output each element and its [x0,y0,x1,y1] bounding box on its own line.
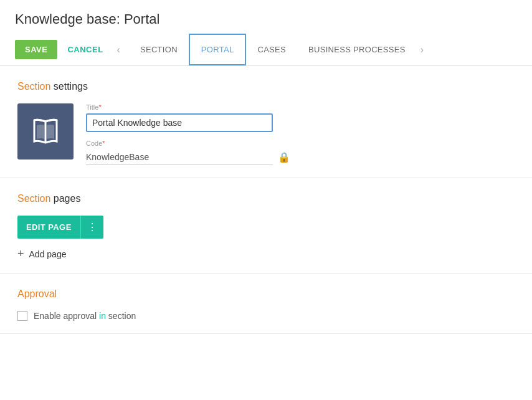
section-title-black: settings [50,81,88,92]
code-field-group: Code* 🔒 [86,140,515,165]
enable-approval-checkbox[interactable] [17,311,27,321]
edit-page-label: EDIT PAGE [17,217,80,237]
approval-link[interactable]: in [99,311,106,321]
title-input[interactable] [86,113,273,132]
section-pages-block: Section pages EDIT PAGE ⋮ + Add page [0,178,532,274]
approval-title-text: Approval [17,288,57,299]
approval-label-after: section [106,311,136,321]
add-page-label: Add page [29,249,67,259]
lock-icon: 🔒 [278,151,290,163]
edit-page-dots-icon: ⋮ [80,216,103,239]
nav-arrows: ‹ [113,42,124,58]
tab-cases[interactable]: CASES [246,34,297,65]
approval-label-before: Enable approval [34,311,99,321]
tab-section[interactable]: SECTION [129,34,189,65]
book-icon-box [17,103,74,160]
tab-navigation: SECTION PORTAL CASES BUSINESS PROCESSES [129,34,417,65]
fields-area: Title* Code* 🔒 [86,103,515,165]
code-row: 🔒 [86,150,515,165]
approval-title: Approval [17,288,515,300]
edit-page-button[interactable]: EDIT PAGE ⋮ [17,216,103,239]
page-title: Knowledge base: Portal [0,0,532,34]
section-settings-title: Section settings [17,81,515,92]
tab-business-processes[interactable]: BUSINESS PROCESSES [297,34,417,65]
nav-prev-button[interactable]: ‹ [113,42,124,58]
section-settings-block: Section settings Title* [0,66,532,178]
code-input[interactable] [86,150,273,165]
section-pages-title-orange: Section [17,193,50,204]
title-field-label: Title* [86,103,515,111]
approval-block: Approval Enable approval in section [0,274,532,334]
section-settings-content: Title* Code* 🔒 [17,103,515,165]
section-pages-title: Section pages [17,193,515,204]
save-button[interactable]: SAVE [15,40,57,59]
code-field-label: Code* [86,140,515,147]
plus-icon: + [17,247,24,260]
cancel-button[interactable]: CANCEL [57,40,113,59]
approval-row: Enable approval in section [17,311,515,321]
add-page-link[interactable]: + Add page [17,247,515,260]
tab-portal[interactable]: PORTAL [189,34,247,65]
nav-next-button[interactable]: › [417,42,427,58]
approval-label: Enable approval in section [34,311,136,321]
book-icon [29,115,62,148]
toolbar: SAVE CANCEL ‹ SECTION PORTAL CASES BUSIN… [0,34,532,66]
title-field-group: Title* [86,103,515,132]
section-pages-title-black: pages [50,193,80,204]
section-title-orange: Section [17,81,50,92]
